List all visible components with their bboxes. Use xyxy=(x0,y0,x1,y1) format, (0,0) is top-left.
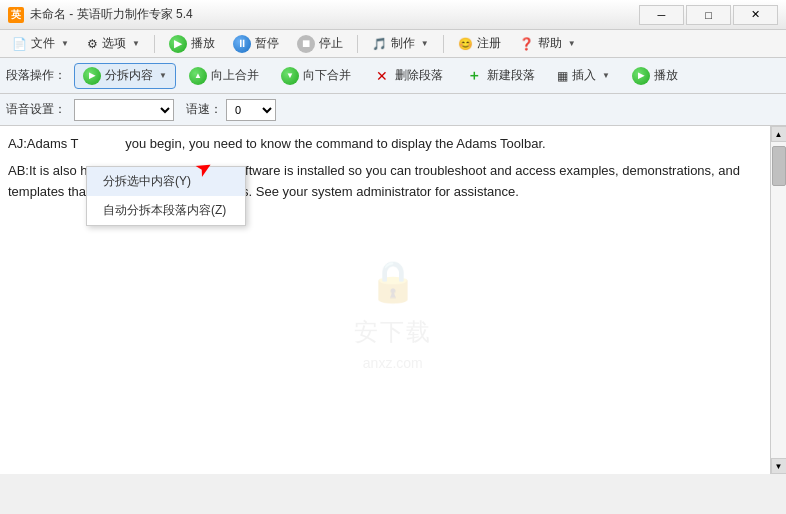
split-selected-label: 分拆选中内容(Y) xyxy=(103,174,191,188)
menu-register-label: 注册 xyxy=(477,35,501,52)
menu-play-label: 播放 xyxy=(191,35,215,52)
menu-make-label: 制作 xyxy=(391,35,415,52)
file-icon: 📄 xyxy=(12,37,27,51)
menu-file[interactable]: 📄 文件 ▼ xyxy=(4,33,77,55)
new-label: 新建段落 xyxy=(487,67,535,84)
scroll-down-btn[interactable]: ▼ xyxy=(771,458,787,474)
scroll-thumb[interactable] xyxy=(772,146,786,186)
menu-options[interactable]: ⚙ 选项 ▼ xyxy=(79,33,148,55)
pause-circle-icon: ⏸ xyxy=(233,35,251,53)
help-icon: ❓ xyxy=(519,37,534,51)
para-play-icon: ▶ xyxy=(632,67,650,85)
menu-pause[interactable]: ⏸ 暂停 xyxy=(225,33,287,55)
split-btn[interactable]: ▶ 分拆内容 ▼ xyxy=(74,63,176,89)
stop-circle-icon: ⏹ xyxy=(297,35,315,53)
close-button[interactable]: ✕ xyxy=(733,5,778,25)
insert-label: 插入 xyxy=(572,67,596,84)
merge-up-btn[interactable]: ▲ 向上合并 xyxy=(180,63,268,89)
merge-down-label: 向下合并 xyxy=(303,67,351,84)
split-arrow: ▼ xyxy=(159,71,167,80)
maximize-button[interactable]: □ xyxy=(686,5,731,25)
insert-arrow: ▼ xyxy=(602,71,610,80)
voice-select[interactable] xyxy=(74,99,174,121)
new-icon: ＋ xyxy=(465,67,483,85)
watermark: 🔒 安下载 anxz.com xyxy=(354,249,432,374)
menu-sep-3 xyxy=(443,35,444,53)
menu-file-label: 文件 xyxy=(31,35,55,52)
make-arrow: ▼ xyxy=(421,39,429,48)
window-controls: ─ □ ✕ xyxy=(639,5,778,25)
menu-stop[interactable]: ⏹ 停止 xyxy=(289,33,351,55)
app-icon: 英 xyxy=(8,7,24,23)
help-arrow: ▼ xyxy=(568,39,576,48)
merge-up-icon: ▲ xyxy=(189,67,207,85)
watermark-line1: 安下载 xyxy=(354,313,432,351)
speed-label: 语速： xyxy=(186,101,222,118)
title-bar: 英 未命名 - 英语听力制作专家 5.4 ─ □ ✕ xyxy=(0,0,786,30)
speed-select[interactable]: 0 xyxy=(226,99,276,121)
voice-bar: 语音设置： 语速： 0 xyxy=(0,94,786,126)
watermark-line2: anxz.com xyxy=(354,352,432,374)
insert-icon: ▦ xyxy=(557,69,568,83)
para-play-btn[interactable]: ▶ 播放 xyxy=(623,63,687,89)
menu-make[interactable]: 🎵 制作 ▼ xyxy=(364,33,437,55)
dropdown-item-split-selected[interactable]: 分拆选中内容(Y) xyxy=(87,167,245,196)
file-arrow: ▼ xyxy=(61,39,69,48)
scroll-up-btn[interactable]: ▲ xyxy=(771,126,787,142)
split-label: 分拆内容 xyxy=(105,67,153,84)
paragraph-1: AJ:Adams T you begin, you need to know t… xyxy=(8,134,762,155)
para-toolbar: 段落操作： ▶ 分拆内容 ▼ ▲ 向上合并 ▼ 向下合并 ✕ 删除段落 ＋ 新建… xyxy=(0,58,786,94)
options-arrow: ▼ xyxy=(132,39,140,48)
insert-btn[interactable]: ▦ 插入 ▼ xyxy=(548,63,619,89)
delete-label: 删除段落 xyxy=(395,67,443,84)
options-icon: ⚙ xyxy=(87,37,98,51)
para-label: 段落操作： xyxy=(6,67,66,84)
menu-help[interactable]: ❓ 帮助 ▼ xyxy=(511,33,584,55)
new-btn[interactable]: ＋ 新建段落 xyxy=(456,63,544,89)
menu-bar: 📄 文件 ▼ ⚙ 选项 ▼ ▶ 播放 ⏸ 暂停 ⏹ 停止 🎵 制作 ▼ 😊 注册… xyxy=(0,30,786,58)
delete-btn[interactable]: ✕ 删除段落 xyxy=(364,63,452,89)
play-circle-icon: ▶ xyxy=(169,35,187,53)
make-icon: 🎵 xyxy=(372,37,387,51)
window-title: 未命名 - 英语听力制作专家 5.4 xyxy=(30,6,193,23)
merge-down-icon: ▼ xyxy=(281,67,299,85)
menu-options-label: 选项 xyxy=(102,35,126,52)
dropdown-menu: 分拆选中内容(Y) 自动分拆本段落内容(Z) xyxy=(86,166,246,226)
menu-play[interactable]: ▶ 播放 xyxy=(161,33,223,55)
voice-label: 语音设置： xyxy=(6,101,66,118)
title-bar-left: 英 未命名 - 英语听力制作专家 5.4 xyxy=(8,6,193,23)
para1-text: AJ:Adams T you begin, you need to know t… xyxy=(8,136,546,151)
para-play-label: 播放 xyxy=(654,67,678,84)
delete-icon: ✕ xyxy=(373,67,391,85)
split-para-label: 自动分拆本段落内容(Z) xyxy=(103,203,226,217)
scroll-track[interactable] xyxy=(771,142,786,458)
menu-sep-2 xyxy=(357,35,358,53)
scrollbar[interactable]: ▲ ▼ xyxy=(770,126,786,474)
menu-pause-label: 暂停 xyxy=(255,35,279,52)
minimize-button[interactable]: ─ xyxy=(639,5,684,25)
register-icon: 😊 xyxy=(458,37,473,51)
menu-sep-1 xyxy=(154,35,155,53)
menu-register[interactable]: 😊 注册 xyxy=(450,33,509,55)
dropdown-item-split-para[interactable]: 自动分拆本段落内容(Z) xyxy=(87,196,245,225)
merge-up-label: 向上合并 xyxy=(211,67,259,84)
watermark-logo: 🔒 xyxy=(354,249,432,313)
split-icon: ▶ xyxy=(83,67,101,85)
merge-down-btn[interactable]: ▼ 向下合并 xyxy=(272,63,360,89)
menu-help-label: 帮助 xyxy=(538,35,562,52)
menu-stop-label: 停止 xyxy=(319,35,343,52)
